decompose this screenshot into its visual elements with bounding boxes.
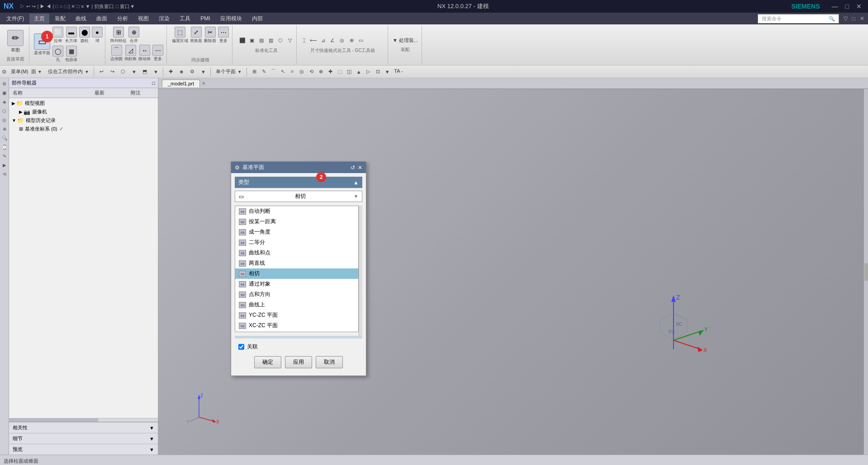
left-icon-8[interactable]: ⌚ [1, 143, 8, 150]
dim-tool-5[interactable]: ◎ [337, 36, 346, 45]
replace-button[interactable]: ⤢ 替换面 [190, 26, 203, 44]
rectangle-button[interactable]: ▬ 长方体 [65, 26, 78, 44]
option-curve-point[interactable]: ▭ 曲线和点 [235, 248, 358, 258]
std-tool-3[interactable]: ▤ [257, 36, 266, 45]
std-tool-1[interactable]: ⬛ [238, 36, 247, 45]
associate-checkbox[interactable] [238, 344, 244, 350]
tb2-btn-6[interactable]: ▼ [151, 67, 160, 76]
type-section-header[interactable]: 类型 2 ▲ [235, 177, 362, 188]
search-input[interactable]: 搜索命令 [762, 15, 829, 22]
view-btn-15[interactable]: ▼ [383, 67, 392, 76]
move-button[interactable]: ↔ 移动体 [138, 44, 151, 62]
left-icon-6[interactable]: ⊕ [1, 125, 8, 132]
menu-view[interactable]: 视图 [133, 14, 153, 24]
view-btn-5[interactable]: ⌗ [288, 67, 297, 76]
more-sync-button[interactable]: ⋯ 更多 [218, 26, 229, 44]
left-icon-11[interactable]: ⟲ [1, 170, 8, 178]
option-scrollbar[interactable] [359, 206, 362, 336]
window-btn2[interactable]: □ [850, 14, 857, 23]
option-bisect[interactable]: ▭ 二等分 [235, 237, 358, 248]
tb2-btn-9[interactable]: ⚙ [188, 67, 197, 76]
container-button[interactable]: ▦ 包容体 [65, 45, 78, 63]
chamfer-button[interactable]: ◿ 倒斜角 [124, 44, 137, 62]
edge-fillet-button[interactable]: ⌒ 边倒圆 [110, 44, 123, 62]
scope-dropdown[interactable]: 仅在工作部件内 ▼ [46, 67, 91, 76]
menu-surface[interactable]: 曲面 [92, 14, 112, 24]
std-tool-6[interactable]: ▽ [285, 36, 294, 45]
left-icon-1[interactable]: ⚙ [1, 80, 8, 87]
menu-analysis[interactable]: 分析 [113, 14, 133, 24]
tb2-btn-3[interactable]: ⬡ [119, 67, 128, 76]
apply-button[interactable]: 应用 [285, 356, 312, 368]
more-features-button[interactable]: ⋯ 更多 [152, 44, 164, 62]
tb2-btn-2[interactable]: ↪ [108, 67, 117, 76]
plane-dropdown[interactable]: 单个平面 ▼ [213, 67, 244, 76]
dialog-titlebar[interactable]: ⚙ 基准平面 ↺ ✕ [231, 162, 366, 173]
dim-tool-3[interactable]: ⊿ [318, 36, 327, 45]
view-btn-13[interactable]: ▷ [364, 67, 373, 76]
detail-section[interactable]: 细节 ▼ [9, 433, 158, 444]
dim-tool-4[interactable]: ∠ [328, 36, 337, 45]
std-tool-5[interactable]: ⬡ [276, 36, 285, 45]
tree-item-camera[interactable]: ▶ 📷 摄像机 [17, 108, 157, 116]
option-yc-zc[interactable]: ▭ YC-ZC 平面 [235, 310, 358, 320]
dim-tool-2[interactable]: ⟵ [309, 36, 318, 45]
left-icon-2[interactable]: ▣ [1, 89, 8, 96]
option-on-curve[interactable]: ▭ 曲线上 [235, 300, 358, 310]
delete-face-button[interactable]: ✂ 删除面 [204, 26, 217, 44]
left-icon-3[interactable]: ◈ [1, 98, 8, 105]
option-auto[interactable]: ▭ 自动判断 [235, 206, 358, 216]
option-angle[interactable]: ▭ 成一角度 [235, 227, 358, 237]
cylinder-button[interactable]: ⬤ 圆柱 [79, 26, 90, 44]
hole-button[interactable]: ◯ 孔 [52, 45, 64, 63]
left-icon-4[interactable]: ⬡ [1, 107, 8, 114]
menu-curve[interactable]: 曲线 [71, 14, 91, 24]
left-icon-10[interactable]: ▶ [1, 161, 8, 169]
tree-item-model-view[interactable]: ▶ 📁 模型视图 [10, 99, 157, 108]
std-tool-4[interactable]: ▥ [266, 36, 275, 45]
combine-button[interactable]: ⊕ 合并 [128, 26, 140, 44]
option-xc-zc[interactable]: ▭ XC-ZC 平面 [235, 320, 358, 331]
base-plane-button[interactable]: ▭ 1 基准平面 [33, 33, 51, 57]
cancel-button[interactable]: 取消 [316, 356, 343, 368]
option-point-direction[interactable]: ▭ 点和方向 [235, 289, 358, 300]
tb2-btn-7[interactable]: ✚ [166, 67, 175, 76]
view-btn-6[interactable]: ◎ [297, 67, 306, 76]
tb2-btn-1[interactable]: ↩ [97, 67, 106, 76]
menu-pmi[interactable]: PMI [196, 14, 214, 23]
offset-region-button[interactable]: ⬚ 偏置区域 [171, 26, 189, 44]
menu-internal[interactable]: 内部 [247, 14, 267, 24]
stretch-button[interactable]: ⬜ 拉伸 [52, 26, 64, 44]
tb2-btn-4[interactable]: ▼ [129, 67, 138, 76]
view-btn-4[interactable]: ↖ [278, 67, 287, 76]
menu-appmodule[interactable]: 应用模块 [216, 14, 247, 24]
close-button[interactable]: ✕ [854, 2, 864, 11]
view-btn-8[interactable]: ⊕ [316, 67, 325, 76]
type-dropdown[interactable]: ▭ 相切 ▼ [235, 191, 362, 202]
option-through-object[interactable]: ▭ 通过对象 [235, 279, 358, 289]
menu-assembly[interactable]: 装配 [50, 14, 70, 24]
view-btn-10[interactable]: ⬚ [335, 67, 344, 76]
view-btn-14[interactable]: ⊡ [373, 67, 382, 76]
view-btn-3[interactable]: ⌒ [269, 67, 278, 76]
array-feature-button[interactable]: ⊞ 阵列特征 [110, 26, 127, 44]
sketch-button[interactable]: ✏ 草图 [5, 28, 26, 55]
window-btn3[interactable]: ✕ [858, 14, 866, 23]
navigator-maximize-button[interactable]: □ [152, 80, 155, 86]
view-btn-11[interactable]: ◫ [345, 67, 354, 76]
tb2-btn-8[interactable]: ◈ [177, 67, 186, 76]
menu-file[interactable]: 文件(F) [2, 14, 28, 24]
view-btn-1[interactable]: ⊞ [250, 67, 259, 76]
view-btn-2[interactable]: ✎ [259, 67, 268, 76]
viewport-tab-model[interactable]: _model1.prt [162, 80, 200, 87]
menu-home[interactable]: 主页 [29, 14, 49, 24]
menu-tools[interactable]: 工具 [175, 14, 195, 24]
ok-button[interactable]: 确定 [254, 356, 281, 368]
tree-item-history[interactable]: ▼ 📁 模型历史记录 [10, 116, 157, 125]
relevance-section[interactable]: 相关性 ▼ [9, 422, 158, 433]
view-btn-12[interactable]: ▲ [354, 67, 363, 76]
dim-tool-1[interactable]: ⌶ [299, 36, 308, 45]
window-btn1[interactable]: ▽ [842, 14, 849, 23]
preview-section[interactable]: 预览 ▼ [9, 444, 158, 455]
left-icon-7[interactable]: 🔍 [1, 134, 8, 141]
